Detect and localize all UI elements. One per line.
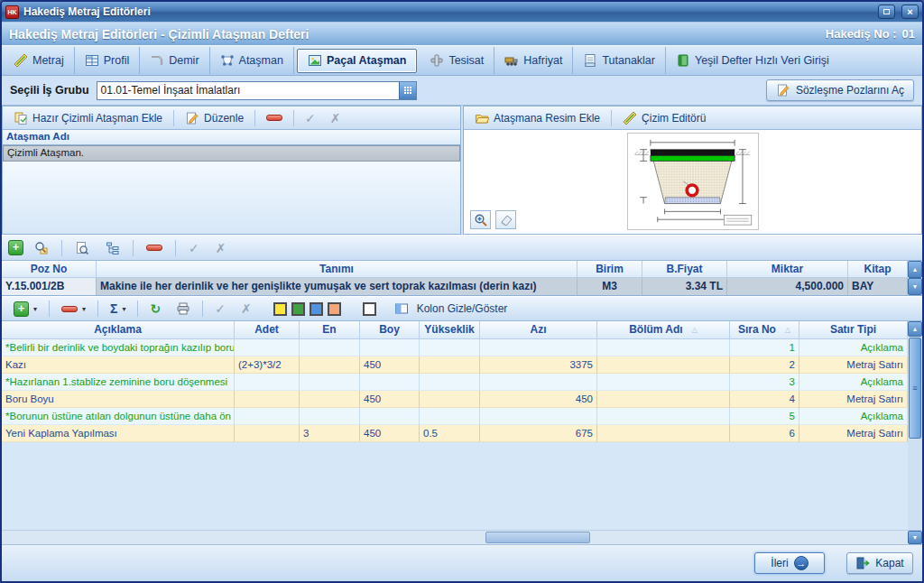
cell-bolum[interactable]: [597, 356, 730, 374]
cell-birim[interactable]: M3: [578, 278, 642, 295]
search-poz-button[interactable]: [29, 239, 54, 257]
cell-sira-no[interactable]: 1: [730, 339, 799, 356]
cell-boy[interactable]: 450: [360, 356, 420, 374]
cell-tanimi[interactable]: Makine ile her derinlik ve her genişlikt…: [97, 278, 578, 295]
refresh-button[interactable]: ↻: [144, 300, 166, 318]
close-button[interactable]: ×: [901, 5, 919, 19]
cell-kitap[interactable]: BAY: [848, 278, 908, 295]
tab-profil[interactable]: Profil: [75, 47, 140, 74]
sum-button[interactable]: Σ▾: [105, 300, 131, 318]
work-group-combo[interactable]: 01.01-Temel İnşaat İmalatları: [97, 81, 417, 100]
cell-aciklama[interactable]: *Hazırlanan 1.stablize zeminine boru döş…: [2, 374, 235, 391]
work-group-value[interactable]: 01.01-Temel İnşaat İmalatları: [97, 84, 399, 97]
col-header-sira-no[interactable]: Sıra No△: [730, 321, 799, 338]
cell-yukseklik[interactable]: [420, 408, 480, 425]
drawing-editor-button[interactable]: Çizim Editörü: [617, 109, 711, 127]
confirm-row-button[interactable]: ✓: [209, 300, 231, 318]
confirm-button[interactable]: ✓: [300, 109, 321, 127]
col-header-bolum-adi[interactable]: Bölüm Adı△: [597, 321, 730, 338]
cell-bolum[interactable]: [597, 391, 730, 408]
preview-poz-button[interactable]: [69, 239, 95, 257]
cell-yukseklik[interactable]: [420, 356, 480, 374]
tab-hafriyat[interactable]: Hafriyat: [494, 47, 573, 74]
horizontal-scrollbar[interactable]: ▼: [2, 530, 922, 544]
col-header-en[interactable]: En: [300, 321, 360, 338]
cell-boy[interactable]: [360, 374, 420, 391]
cell-yukseklik[interactable]: [420, 339, 480, 356]
col-header-yukseklik[interactable]: Yükseklik: [420, 321, 480, 338]
cell-en[interactable]: [300, 339, 360, 356]
scrollbar-track[interactable]: [2, 531, 908, 544]
col-header-satir-tipi[interactable]: Satır Tipi: [799, 321, 908, 338]
zoom-button[interactable]: [470, 210, 491, 229]
scroll-up-button[interactable]: ▲: [908, 321, 922, 337]
col-header-kitap[interactable]: Kitap: [848, 261, 908, 277]
color-swatch-orange[interactable]: [328, 302, 341, 316]
col-header-bfiyat[interactable]: B.Fiyat: [642, 261, 727, 277]
table-row[interactable]: *Hazırlanan 1.stablize zeminine boru döş…: [2, 374, 908, 391]
cell-bolum[interactable]: [597, 408, 730, 425]
column-toggle-button[interactable]: Kolon Gizle/Göster: [417, 302, 508, 315]
cell-satir-tipi[interactable]: Metraj Satırı: [799, 356, 908, 374]
cell-boy[interactable]: 450: [360, 425, 420, 442]
col-header-aciklama[interactable]: Açıklama: [2, 321, 235, 338]
cell-sira-no[interactable]: 3: [730, 374, 799, 391]
poz-row[interactable]: Y.15.001/2B Makine ile her derinlik ve h…: [2, 278, 908, 295]
cell-bolum[interactable]: [597, 425, 730, 442]
confirm-poz-button[interactable]: ✓: [183, 239, 205, 257]
cell-azi[interactable]: 3375: [480, 356, 597, 374]
cell-yukseklik[interactable]: 0.5: [420, 425, 480, 442]
cell-en[interactable]: 3: [300, 425, 360, 442]
open-contract-positions-button[interactable]: Sözleşme Pozlarını Aç: [766, 79, 914, 101]
col-header-miktar[interactable]: Miktar: [727, 261, 848, 277]
tab-tesisat[interactable]: Tesisat: [420, 47, 494, 74]
print-button[interactable]: [171, 300, 196, 318]
cell-aciklama[interactable]: Boru Boyu: [2, 391, 235, 408]
cell-aciklama[interactable]: Yeni Kaplama Yapılması: [2, 425, 235, 442]
color-swatch-white[interactable]: [363, 302, 376, 316]
cell-satir-tipi[interactable]: Açıklama: [799, 408, 908, 425]
cell-azi[interactable]: [480, 339, 597, 356]
cell-satir-tipi[interactable]: Açıklama: [799, 339, 908, 356]
col-header-birim[interactable]: Birim: [578, 261, 642, 277]
cell-miktar[interactable]: 4,500.000: [727, 278, 848, 295]
cell-poz-no[interactable]: Y.15.001/2B: [2, 278, 97, 295]
cell-satir-tipi[interactable]: Açıklama: [799, 374, 908, 391]
add-poz-button[interactable]: +: [8, 240, 23, 255]
col-header-poz-no[interactable]: Poz No: [2, 261, 97, 277]
cell-satir-tipi[interactable]: Metraj Satırı: [799, 425, 908, 442]
cell-bfiyat[interactable]: 3.34 TL: [642, 278, 727, 295]
scrollbar-thumb[interactable]: ≡: [909, 338, 921, 439]
table-row[interactable]: *Borunun üstüne atılan dolgunun üstüne d…: [2, 408, 908, 425]
col-header-azi[interactable]: Azı: [480, 321, 597, 338]
table-row[interactable]: Boru Boyu 450 450 4 Metraj Satırı: [2, 391, 908, 408]
table-row[interactable]: Yeni Kaplama Yapılması 3 450 0.5 675 6 M…: [2, 425, 908, 442]
color-swatch-yellow[interactable]: [273, 302, 287, 316]
cell-azi[interactable]: 450: [480, 391, 597, 408]
cell-sira-no[interactable]: 6: [730, 425, 799, 442]
next-button[interactable]: İleri →: [754, 552, 825, 574]
tab-yesil-defter[interactable]: Yeşil Defter Hızlı Veri Girişi: [666, 47, 839, 74]
cell-sira-no[interactable]: 2: [730, 356, 799, 374]
cell-yukseklik[interactable]: [420, 374, 480, 391]
tab-atasman[interactable]: Ataşman: [210, 47, 294, 74]
cell-yukseklik[interactable]: [420, 391, 480, 408]
tree-view-button[interactable]: [100, 239, 125, 257]
delete-row-button[interactable]: ▾: [56, 303, 91, 315]
cell-satir-tipi[interactable]: Metraj Satırı: [799, 391, 908, 408]
cell-boy[interactable]: [360, 408, 420, 425]
delete-poz-button[interactable]: [141, 243, 168, 253]
cell-adet[interactable]: [235, 425, 300, 442]
cell-sira-no[interactable]: 4: [730, 391, 799, 408]
cell-azi[interactable]: [480, 408, 597, 425]
color-swatch-green[interactable]: [291, 302, 305, 316]
cell-boy[interactable]: [360, 339, 420, 356]
table-row[interactable]: Kazı (2+3)*3/2 450 3375 2 Metraj Satırı: [2, 356, 908, 374]
col-header-adet[interactable]: Adet: [235, 321, 300, 338]
cell-adet[interactable]: [235, 391, 300, 408]
close-form-button[interactable]: Kapat: [846, 552, 913, 574]
cell-adet[interactable]: [235, 374, 300, 391]
tab-metraj[interactable]: Metraj: [4, 47, 75, 74]
col-header-tanimi[interactable]: Tanımı: [97, 261, 578, 277]
scroll-up-button[interactable]: ▲: [908, 261, 922, 278]
